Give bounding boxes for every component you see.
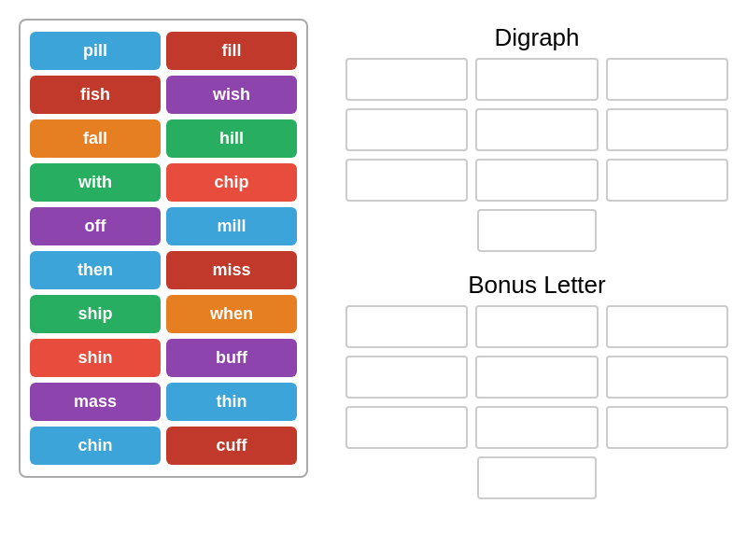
bonus-section: Bonus Letter <box>345 271 728 499</box>
word-btn-pill[interactable]: pill <box>30 32 161 70</box>
word-btn-miss[interactable]: miss <box>166 251 297 289</box>
digraph-box-8 <box>475 159 598 202</box>
digraph-box-9 <box>606 159 728 202</box>
digraph-title: Digraph <box>345 23 728 52</box>
bonus-box-9 <box>606 406 728 449</box>
bonus-box-10 <box>477 456 596 499</box>
digraph-grid-row4 <box>345 209 728 252</box>
word-btn-thin[interactable]: thin <box>166 383 297 421</box>
digraph-box-3 <box>606 58 728 101</box>
digraph-section: Digraph <box>345 23 728 252</box>
digraph-box-2 <box>475 58 598 101</box>
word-btn-when[interactable]: when <box>166 295 297 333</box>
bonus-title: Bonus Letter <box>345 271 728 300</box>
word-btn-off[interactable]: off <box>30 207 161 245</box>
bonus-grid-row4 <box>345 456 728 499</box>
bonus-box-7 <box>345 406 468 449</box>
word-btn-chip[interactable]: chip <box>166 163 297 202</box>
word-btn-hill[interactable]: hill <box>166 119 297 158</box>
bonus-box-1 <box>345 305 468 348</box>
word-btn-fill[interactable]: fill <box>166 32 297 70</box>
bonus-grid-row1 <box>345 305 728 348</box>
digraph-box-6 <box>606 108 728 151</box>
bonus-box-2 <box>475 305 598 348</box>
bonus-box-5 <box>475 356 598 399</box>
word-btn-mass[interactable]: mass <box>30 383 161 421</box>
word-btn-then[interactable]: then <box>30 251 161 289</box>
word-btn-wish[interactable]: wish <box>166 76 297 114</box>
word-btn-shin[interactable]: shin <box>30 339 161 377</box>
word-btn-buff[interactable]: buff <box>166 339 297 377</box>
digraph-box-7 <box>345 159 468 202</box>
digraph-box-10 <box>477 209 596 252</box>
word-btn-ship[interactable]: ship <box>30 295 161 333</box>
digraph-box-4 <box>345 108 468 151</box>
digraph-grid-row2 <box>345 108 728 151</box>
digraph-box-1 <box>345 58 468 101</box>
right-panel: Digraph Bonus Letter <box>345 19 728 499</box>
word-btn-with[interactable]: with <box>30 163 161 202</box>
bonus-box-6 <box>606 356 728 399</box>
bonus-box-3 <box>606 305 728 348</box>
word-panel: pillfillfishwishfallhillwithchipoffmillt… <box>19 19 308 478</box>
bonus-box-8 <box>475 406 598 449</box>
bonus-grid-row2 <box>345 356 728 399</box>
word-btn-mill[interactable]: mill <box>166 207 297 245</box>
word-btn-fish[interactable]: fish <box>30 76 161 114</box>
word-btn-fall[interactable]: fall <box>30 119 161 158</box>
word-btn-chin[interactable]: chin <box>30 427 161 465</box>
digraph-box-5 <box>475 108 598 151</box>
digraph-grid-row3 <box>345 159 728 202</box>
digraph-grid-row1 <box>345 58 728 101</box>
bonus-box-4 <box>345 356 468 399</box>
word-btn-cuff[interactable]: cuff <box>166 427 297 465</box>
bonus-grid-row3 <box>345 406 728 449</box>
